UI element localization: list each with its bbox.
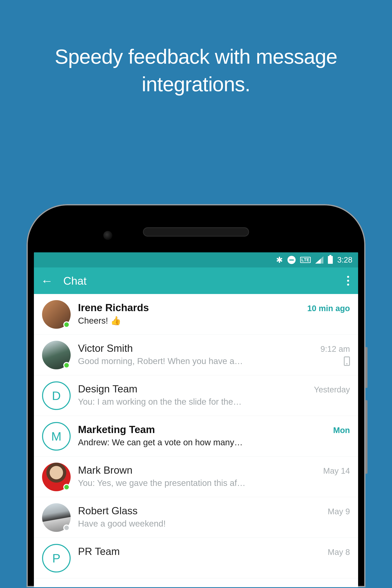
chat-row[interactable]: DDesign TeamYesterdayYou: I am working o… <box>34 375 358 416</box>
status-time: 3:28 <box>337 256 352 264</box>
avatar[interactable]: M <box>42 422 71 450</box>
signal-icon <box>315 256 324 264</box>
chat-timestamp: Mon <box>333 426 350 435</box>
chat-timestamp: May 9 <box>328 507 350 516</box>
chat-row[interactable]: Victor Smith9:12 amGood morning, Robert!… <box>34 335 358 375</box>
chat-row[interactable]: MMarketing TeamMonAndrew: We can get a v… <box>34 416 358 456</box>
chat-preview: Cheers! 👍 <box>78 316 350 326</box>
avatar[interactable] <box>42 300 71 329</box>
chat-name: Mark Brown <box>78 464 132 476</box>
battery-icon <box>328 256 333 264</box>
presence-indicator <box>63 362 70 368</box>
chat-content: Design TeamYesterdayYou: I am working on… <box>78 382 350 407</box>
chat-content: Mark BrownMay 14You: Yes, we gave the pr… <box>78 463 350 488</box>
presence-indicator <box>63 524 70 531</box>
phone-screen: ✱ LTE 3:28 ← Chat Irene Richards10 min a… <box>34 252 358 587</box>
chat-timestamp: May 8 <box>328 548 350 557</box>
chat-row[interactable]: PPR TeamMay 8 <box>34 538 358 578</box>
presence-indicator <box>63 321 70 328</box>
chat-content: PR TeamMay 8 <box>78 544 350 560</box>
avatar[interactable] <box>42 341 71 369</box>
overflow-menu-icon[interactable] <box>343 272 353 290</box>
status-bar: ✱ LTE 3:28 <box>34 252 358 268</box>
chat-preview: Have a good weekend! <box>78 519 350 528</box>
app-bar-title: Chat <box>63 274 343 287</box>
chat-name: Design Team <box>78 383 138 395</box>
mobile-icon <box>344 356 350 366</box>
chat-preview: You: I am working on the the slide for t… <box>78 397 350 407</box>
avatar-initial: P <box>42 544 71 572</box>
chat-preview: Andrew: We can get a vote on how many… <box>78 438 350 447</box>
phone-camera <box>103 231 112 240</box>
phone-side-button <box>366 347 368 388</box>
chat-timestamp: May 14 <box>323 466 350 476</box>
chat-content: Robert GlassMay 9Have a good weekend! <box>78 503 350 528</box>
phone-speaker <box>143 227 249 237</box>
chat-row[interactable]: Mark BrownMay 14You: Yes, we gave the pr… <box>34 456 358 497</box>
chat-content: Marketing TeamMonAndrew: We can get a vo… <box>78 422 350 447</box>
avatar[interactable]: P <box>42 544 71 572</box>
chat-name: Irene Richards <box>78 302 149 314</box>
chat-timestamp: 10 min ago <box>307 304 350 313</box>
marketing-headline: Speedy feedback with message integration… <box>0 0 392 98</box>
chat-timestamp: 9:12 am <box>320 344 350 354</box>
chat-content: Victor Smith9:12 amGood morning, Robert!… <box>78 341 350 366</box>
chat-preview: Good morning, Robert! When you have a… <box>78 356 340 366</box>
chat-row[interactable]: Robert GlassMay 9Have a good weekend! <box>34 497 358 538</box>
chat-name: Victor Smith <box>78 342 133 354</box>
avatar-initial: M <box>42 422 71 450</box>
chat-content: Irene Richards10 min agoCheers! 👍 <box>78 300 350 326</box>
lte-indicator: LTE <box>300 257 311 263</box>
presence-indicator <box>63 484 70 490</box>
back-icon[interactable]: ← <box>41 274 53 288</box>
chat-row[interactable]: Irene Richards10 min agoCheers! 👍 <box>34 294 358 335</box>
avatar[interactable] <box>42 503 71 532</box>
avatar[interactable] <box>42 463 71 491</box>
avatar-initial: D <box>42 382 71 410</box>
avatar[interactable]: D <box>42 382 71 410</box>
chat-name: Robert Glass <box>78 505 138 517</box>
chat-preview: You: Yes, we gave the presentation this … <box>78 478 350 488</box>
bluetooth-icon: ✱ <box>276 255 283 264</box>
chat-list: Irene Richards10 min agoCheers! 👍Victor … <box>34 294 358 578</box>
phone-mockup: ✱ LTE 3:28 ← Chat Irene Richards10 min a… <box>26 204 366 587</box>
dnd-icon <box>288 256 296 264</box>
chat-name: PR Team <box>78 546 120 558</box>
headline-bold: Speedy feedback <box>55 45 210 68</box>
phone-side-button <box>366 400 368 474</box>
chat-name: Marketing Team <box>78 424 155 436</box>
app-bar: ← Chat <box>34 268 358 294</box>
chat-timestamp: Yesterday <box>314 385 350 394</box>
